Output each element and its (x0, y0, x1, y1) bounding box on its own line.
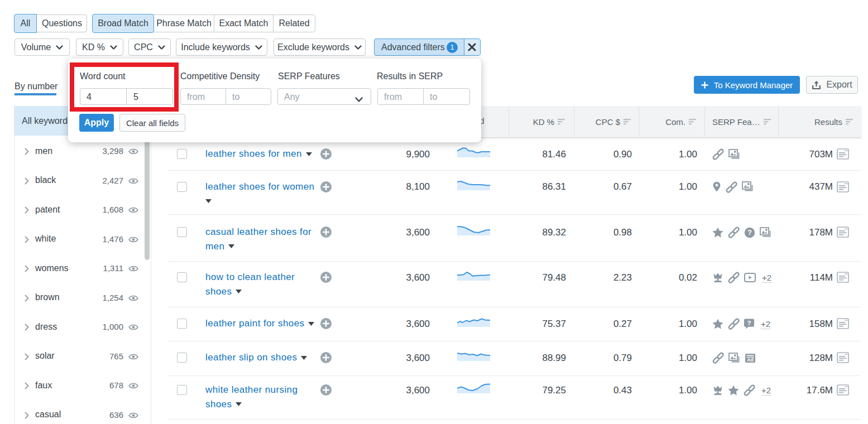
svg-text:?: ? (747, 320, 751, 326)
svg-text:?: ? (747, 228, 752, 237)
svg-text:Ad: Ad (747, 356, 753, 362)
